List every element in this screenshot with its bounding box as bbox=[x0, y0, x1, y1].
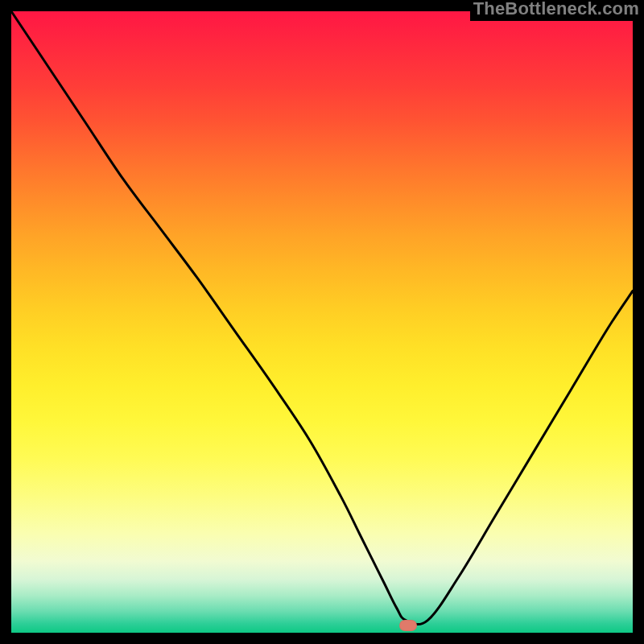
watermark-text: TheBottleneck.com bbox=[470, 0, 641, 21]
chart-frame bbox=[11, 11, 633, 633]
bottleneck-curve bbox=[11, 11, 633, 633]
optimal-point-marker bbox=[399, 620, 417, 631]
